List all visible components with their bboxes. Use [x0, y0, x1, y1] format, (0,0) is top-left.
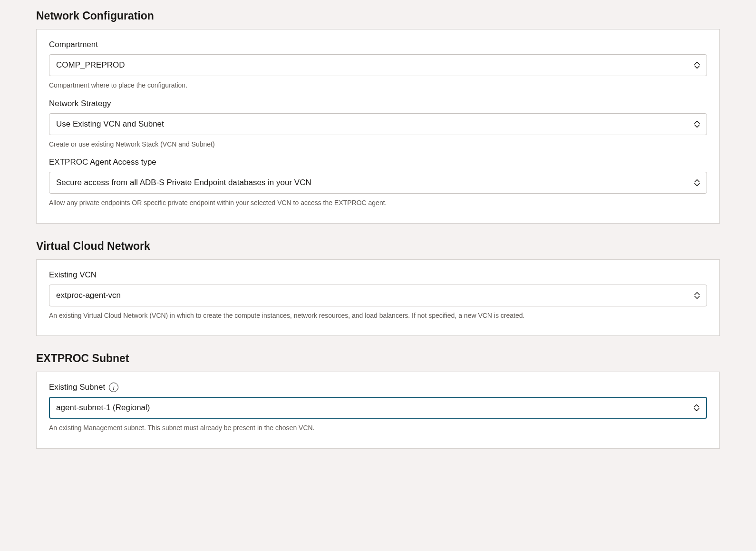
existing-vcn-field: Existing VCN extproc-agent-vcn An existi…: [49, 270, 707, 321]
compartment-select[interactable]: COMP_PREPROD: [49, 54, 707, 76]
access-type-field: EXTPROC Agent Access type Secure access …: [49, 157, 707, 208]
network-strategy-label: Network Strategy: [49, 99, 707, 108]
existing-subnet-label: Existing Subnet i: [49, 383, 707, 392]
vcn-panel: Existing VCN extproc-agent-vcn An existi…: [36, 259, 720, 336]
existing-vcn-value: extproc-agent-vcn: [56, 291, 121, 300]
existing-subnet-helper: An existing Management subnet. This subn…: [49, 423, 707, 433]
compartment-value: COMP_PREPROD: [56, 60, 125, 70]
network-config-title: Network Configuration: [36, 10, 720, 22]
existing-subnet-field: Existing Subnet i agent-subnet-1 (Region…: [49, 383, 707, 433]
chevron-updown-icon: [694, 404, 699, 412]
chevron-updown-icon: [694, 62, 700, 69]
subnet-title: EXTPROC Subnet: [36, 352, 720, 365]
chevron-updown-icon: [694, 120, 700, 128]
access-type-value: Secure access from all ADB-S Private End…: [56, 178, 311, 187]
network-strategy-helper: Create or use existing Network Stack (VC…: [49, 140, 707, 149]
access-type-helper: Allow any private endpoints OR specific …: [49, 198, 707, 208]
compartment-field: Compartment COMP_PREPROD Compartment whe…: [49, 40, 707, 90]
network-config-panel: Compartment COMP_PREPROD Compartment whe…: [36, 29, 720, 224]
vcn-title: Virtual Cloud Network: [36, 240, 720, 253]
info-icon[interactable]: i: [109, 383, 118, 392]
existing-subnet-label-text: Existing Subnet: [49, 383, 105, 392]
existing-subnet-value: agent-subnet-1 (Regional): [56, 403, 150, 413]
existing-vcn-label: Existing VCN: [49, 270, 707, 280]
subnet-panel: Existing Subnet i agent-subnet-1 (Region…: [36, 372, 720, 449]
existing-vcn-helper: An existing Virtual Cloud Network (VCN) …: [49, 311, 707, 321]
chevron-updown-icon: [694, 292, 700, 299]
chevron-updown-icon: [694, 179, 700, 187]
existing-vcn-select[interactable]: extproc-agent-vcn: [49, 285, 707, 306]
network-strategy-select[interactable]: Use Existing VCN and Subnet: [49, 113, 707, 135]
access-type-select[interactable]: Secure access from all ADB-S Private End…: [49, 172, 707, 194]
access-type-label: EXTPROC Agent Access type: [49, 157, 707, 167]
compartment-helper: Compartment where to place the configura…: [49, 81, 707, 90]
existing-subnet-select[interactable]: agent-subnet-1 (Regional): [49, 397, 707, 419]
compartment-label: Compartment: [49, 40, 707, 49]
network-strategy-field: Network Strategy Use Existing VCN and Su…: [49, 99, 707, 149]
network-strategy-value: Use Existing VCN and Subnet: [56, 119, 164, 129]
